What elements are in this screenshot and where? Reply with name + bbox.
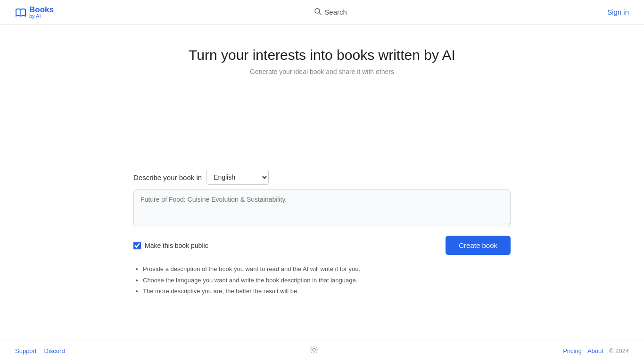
logo-byai-label: by AI	[29, 14, 54, 19]
main-content: Turn your interests into books written b…	[0, 25, 644, 339]
search-label: Search	[324, 8, 347, 16]
discord-link[interactable]: Discord	[44, 347, 65, 354]
hint-item: The more descriptive you are, the better…	[143, 287, 511, 296]
logo-books-label: Books	[29, 6, 54, 14]
language-label: Describe your book in	[133, 173, 202, 181]
make-public-label: Make this book public	[145, 242, 208, 249]
hint-item: Choose the language you want and write t…	[143, 276, 511, 285]
footer-center-icon	[309, 345, 319, 356]
logo[interactable]: Books by AI	[15, 6, 54, 19]
language-row: Describe your book in EnglishSpanishFren…	[133, 170, 511, 185]
form-actions: Make this book public Create book	[133, 236, 511, 255]
about-link[interactable]: About	[587, 347, 603, 354]
hero-subtitle: Generate your ideal book and share it wi…	[250, 68, 394, 75]
footer-right: Pricing About © 2024	[563, 347, 629, 354]
settings-icon	[309, 345, 319, 354]
make-public-checkbox[interactable]	[133, 242, 141, 249]
footer-left: Support Discord	[15, 347, 65, 354]
hero-title: Turn your interests into books written b…	[189, 47, 455, 63]
public-checkbox-row: Make this book public	[133, 242, 208, 249]
book-form: Describe your book in EnglishSpanishFren…	[133, 170, 511, 298]
copyright-text: © 2024	[609, 347, 629, 354]
pricing-link[interactable]: Pricing	[563, 347, 582, 354]
sign-in-button[interactable]: Sign in	[607, 8, 629, 16]
logo-text: Books by AI	[29, 6, 54, 19]
support-link[interactable]: Support	[15, 347, 37, 354]
svg-line-2	[319, 13, 321, 15]
book-icon	[15, 8, 26, 17]
book-description-input[interactable]	[133, 189, 511, 227]
footer: Support Discord Pricing About © 2024	[0, 339, 644, 362]
create-book-button[interactable]: Create book	[446, 236, 511, 255]
search-icon	[314, 8, 322, 16]
hints-list: Provide a description of the book you wa…	[133, 264, 511, 296]
search-nav[interactable]: Search	[314, 8, 347, 16]
hint-item: Provide a description of the book you wa…	[143, 264, 511, 274]
svg-point-3	[313, 348, 315, 351]
header: Books by AI Search Sign in	[0, 0, 644, 25]
language-select[interactable]: EnglishSpanishFrenchGermanItalianPortugu…	[206, 170, 269, 185]
